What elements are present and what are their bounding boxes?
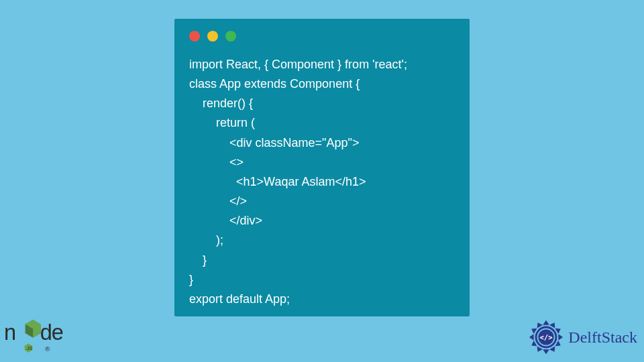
svg-marker-9 [555,326,563,334]
code-line: export default App; [189,292,290,306]
svg-marker-17 [530,326,537,334]
code-line: </div> [189,214,262,227]
code-window: import React, { Component } from 'react'… [174,19,470,316]
code-line: return ( [189,116,255,129]
code-line: class App extends Component { [189,77,360,90]
svg-marker-15 [530,341,537,349]
code-line: } [189,253,207,267]
svg-marker-12 [549,346,557,353]
close-icon [189,31,200,42]
code-line: import React, { Component } from 'react'… [189,58,407,71]
svg-text:</>: </> [540,333,553,342]
svg-marker-7 [543,320,550,325]
svg-marker-14 [535,346,543,353]
delftstack-logo: </> DelftStack [527,318,637,357]
svg-marker-13 [543,349,550,354]
code-line: <h1>Waqar Aslam</h1> [189,175,366,188]
svg-marker-10 [559,334,564,341]
minimize-icon [207,31,218,42]
svg-text:de: de [40,320,63,345]
delftstack-label: DelftStack [568,328,637,347]
code-line: } [189,273,193,286]
svg-marker-16 [529,334,534,341]
svg-text:®: ® [45,345,50,353]
svg-marker-11 [555,341,563,349]
svg-marker-8 [549,321,557,328]
svg-text:JS: JS [27,345,33,351]
code-line: </> [189,194,247,208]
code-line: <div className="App"> [189,136,359,149]
maximize-icon [225,31,236,42]
nodejs-logo: n de ® JS [4,311,81,358]
code-line: ); [189,233,223,247]
code-block: import React, { Component } from 'react'… [174,42,470,309]
code-line: <> [189,156,244,169]
window-controls [174,19,470,42]
delftstack-badge-icon: </> [527,318,566,357]
svg-text:n: n [4,320,15,345]
code-line: render() { [189,97,253,110]
svg-marker-18 [535,321,543,328]
